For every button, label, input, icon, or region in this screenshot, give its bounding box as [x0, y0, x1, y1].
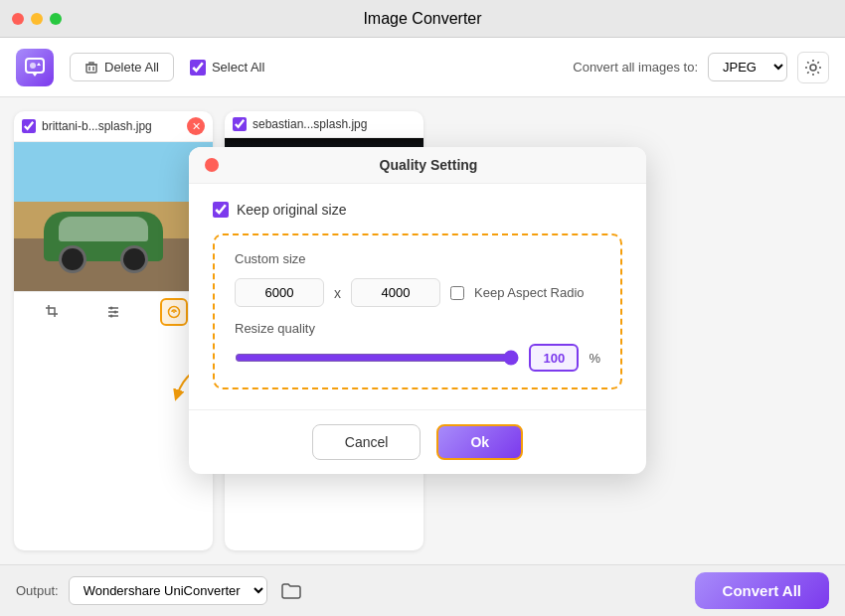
- resize-quality-label: Resize quality: [235, 321, 600, 336]
- select-all-label[interactable]: Select All: [190, 60, 264, 76]
- size-x-separator: x: [334, 285, 341, 301]
- output-label: Output:: [16, 583, 59, 598]
- app-title: Image Converter: [363, 10, 481, 28]
- minimize-traffic-dot[interactable]: [31, 13, 43, 25]
- svg-point-1: [30, 63, 36, 69]
- folder-button[interactable]: [277, 577, 305, 605]
- close-traffic-dot[interactable]: [12, 13, 24, 25]
- quality-slider[interactable]: [235, 350, 519, 366]
- modal-footer: Cancel Ok: [189, 409, 646, 474]
- modal-title: Quality Setting: [227, 157, 630, 173]
- ok-button[interactable]: Ok: [436, 424, 523, 460]
- gear-icon: [804, 59, 822, 77]
- modal-overlay: Quality Setting Keep original size Custo…: [0, 97, 845, 564]
- modal-body: Keep original size Custom size x Keep As…: [189, 184, 646, 409]
- quality-slider-row: 100 %: [235, 344, 600, 372]
- global-settings-button[interactable]: [797, 52, 829, 83]
- titlebar: Image Converter: [0, 0, 845, 38]
- modal-close-button[interactable]: [205, 158, 219, 172]
- main-area: brittani-b...splash.jpg ✕: [0, 97, 845, 564]
- quality-pct: %: [589, 351, 600, 366]
- output-path-select[interactable]: Wondershare UniConverter: [69, 576, 267, 605]
- keep-aspect-label: Keep Aspect Radio: [474, 285, 585, 300]
- height-input[interactable]: [351, 278, 440, 307]
- resize-quality-section: Resize quality 100 %: [235, 321, 600, 372]
- keep-original-label: Keep original size: [237, 202, 347, 218]
- convert-label: Convert all images to:: [573, 60, 698, 75]
- svg-point-3: [810, 65, 816, 71]
- size-inputs: x Keep Aspect Radio: [235, 278, 600, 307]
- cancel-button[interactable]: Cancel: [312, 424, 422, 460]
- select-all-checkbox[interactable]: [190, 60, 206, 76]
- keep-original-checkbox[interactable]: [213, 202, 229, 218]
- width-input[interactable]: [235, 278, 324, 307]
- folder-icon: [281, 582, 301, 600]
- format-select[interactable]: JPEG PNG WebP BMP TIFF GIF: [708, 53, 787, 81]
- app-icon: [16, 49, 54, 86]
- keep-aspect-checkbox[interactable]: [450, 286, 464, 300]
- quality-value: 100: [544, 351, 566, 366]
- maximize-traffic-dot[interactable]: [50, 13, 62, 25]
- quality-setting-modal: Quality Setting Keep original size Custo…: [189, 147, 646, 474]
- size-box: Custom size x Keep Aspect Radio Resize q…: [213, 233, 622, 389]
- toolbar: Delete All Select All Convert all images…: [0, 38, 845, 97]
- quality-value-box: 100: [529, 344, 579, 372]
- keep-original-row: Keep original size: [213, 202, 622, 218]
- bottombar: Output: Wondershare UniConverter Convert…: [0, 564, 845, 616]
- convert-all-button[interactable]: Convert All: [695, 572, 829, 609]
- trash-icon: [84, 61, 98, 75]
- toolbar-right: Convert all images to: JPEG PNG WebP BMP…: [573, 52, 829, 83]
- svg-rect-2: [86, 65, 96, 73]
- custom-size-label: Custom size: [235, 251, 600, 266]
- modal-titlebar: Quality Setting: [189, 147, 646, 184]
- traffic-lights: [12, 13, 62, 25]
- delete-all-button[interactable]: Delete All: [70, 53, 174, 81]
